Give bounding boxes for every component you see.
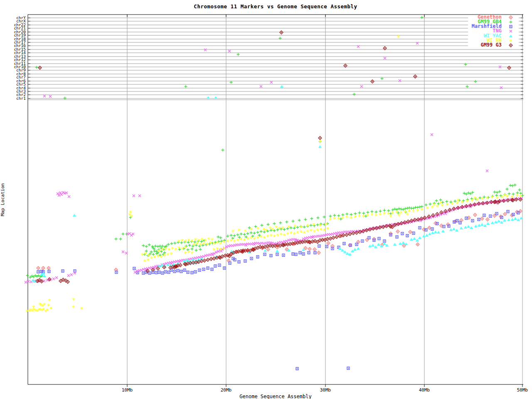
x-tick-label: 40Mb [419,387,430,393]
scatter-series-tng [25,42,523,283]
x-tick-label: 50Mb [517,387,528,393]
chart-screen: Chromosome 11 Markers vs Genome Sequence… [0,0,532,399]
x-axis-label: Genome Sequence Assembly [28,394,523,399]
scatter-series-gm99-g3 [36,31,522,283]
x-tick-label: 30Mb [320,387,331,393]
scatter-series-genethon [37,209,522,271]
y-axis-label: Map Location [0,171,5,229]
scatter-series-gm99-gb4 [26,16,524,279]
scatter-series-wi-rh [26,35,522,313]
plot-svg [0,0,532,399]
chart-title: Chromosome 11 Markers vs Genome Sequence… [28,3,523,10]
scatter-series-wi-yac [32,85,523,283]
x-tick-label: 20Mb [221,387,232,393]
row-label-chr1: chr1 [16,96,26,100]
legend-item-gm99-g3: GM99 G3 [480,43,502,47]
x-tick-label: 10Mb [122,387,133,393]
